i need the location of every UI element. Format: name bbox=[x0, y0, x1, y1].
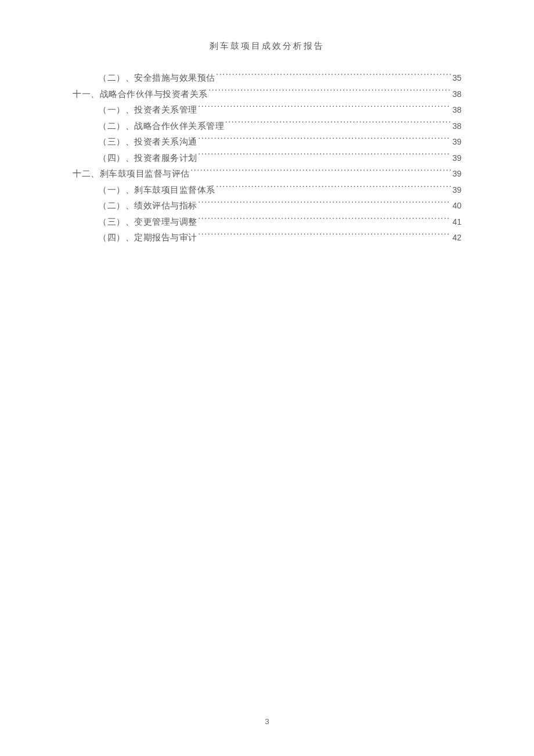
toc-leader-dots bbox=[225, 118, 451, 128]
toc-entry-label: （一）、刹车鼓项目监督体系 bbox=[98, 182, 215, 199]
page-number: 3 bbox=[0, 717, 534, 726]
toc-entry-page: 35 bbox=[452, 70, 461, 86]
document-page: 刹车鼓项目成效分析报告 （二）、安全措施与效果预估 35 十一、战略合作伙伴与投… bbox=[0, 0, 534, 756]
toc-entry: （二）、战略合作伙伴关系管理 38 bbox=[73, 118, 461, 135]
toc-entry-label: （一）、投资者关系管理 bbox=[98, 102, 197, 118]
toc-entry: （四）、定期报告与审计 42 bbox=[73, 230, 461, 246]
toc-leader-dots bbox=[199, 150, 452, 160]
toc-entry-page: 39 bbox=[452, 134, 461, 150]
toc-entry: （三）、变更管理与调整 41 bbox=[73, 214, 461, 231]
toc-entry-label: （二）、绩效评估与指标 bbox=[98, 198, 197, 214]
toc-entry: （三）、投资者关系沟通 39 bbox=[73, 134, 461, 150]
toc-entry-page: 39 bbox=[452, 150, 461, 166]
toc-leader-dots bbox=[199, 199, 452, 208]
toc-entry-label: 十二、刹车鼓项目监督与评估 bbox=[73, 166, 190, 182]
toc-entry-label: （二）、战略合作伙伴关系管理 bbox=[98, 118, 224, 135]
toc-entry-label: （三）、变更管理与调整 bbox=[98, 214, 197, 231]
toc-entry-label: （二）、安全措施与效果预估 bbox=[98, 70, 215, 87]
toc-entry: 十一、战略合作伙伴与投资者关系 38 bbox=[73, 87, 461, 103]
toc-entry-page: 41 bbox=[452, 214, 461, 230]
toc-entry: （一）、刹车鼓项目监督体系 39 bbox=[73, 182, 461, 199]
toc-entry: （二）、绩效评估与指标 40 bbox=[73, 198, 461, 214]
toc-entry-label: （四）、投资者服务计划 bbox=[98, 150, 197, 167]
toc-leader-dots bbox=[191, 167, 452, 177]
toc-leader-dots bbox=[199, 103, 452, 113]
toc-entry: 十二、刹车鼓项目监督与评估 39 bbox=[73, 166, 461, 182]
toc-entry-label: （四）、定期报告与审计 bbox=[98, 230, 197, 246]
toc-leader-dots bbox=[217, 71, 452, 81]
toc-entry-page: 38 bbox=[452, 87, 461, 102]
toc-entry-page: 38 bbox=[452, 118, 461, 134]
table-of-contents: （二）、安全措施与效果预估 35 十一、战略合作伙伴与投资者关系 38 （一）、… bbox=[73, 70, 461, 246]
toc-entry-page: 42 bbox=[452, 230, 461, 246]
toc-leader-dots bbox=[199, 135, 452, 145]
toc-leader-dots bbox=[217, 182, 452, 192]
toc-entry: （一）、投资者关系管理 38 bbox=[73, 102, 461, 118]
toc-entry-page: 39 bbox=[452, 166, 461, 182]
page-header-title: 刹车鼓项目成效分析报告 bbox=[73, 41, 461, 52]
toc-entry: （四）、投资者服务计划 39 bbox=[73, 150, 461, 167]
toc-leader-dots bbox=[199, 231, 452, 240]
toc-leader-dots bbox=[209, 87, 452, 96]
toc-entry-label: 十一、战略合作伙伴与投资者关系 bbox=[73, 87, 208, 103]
toc-leader-dots bbox=[199, 215, 452, 225]
toc-entry-page: 39 bbox=[452, 182, 461, 198]
toc-entry-page: 40 bbox=[452, 198, 461, 214]
toc-entry: （二）、安全措施与效果预估 35 bbox=[73, 70, 461, 87]
toc-entry-page: 38 bbox=[452, 102, 461, 118]
toc-entry-label: （三）、投资者关系沟通 bbox=[98, 134, 197, 150]
